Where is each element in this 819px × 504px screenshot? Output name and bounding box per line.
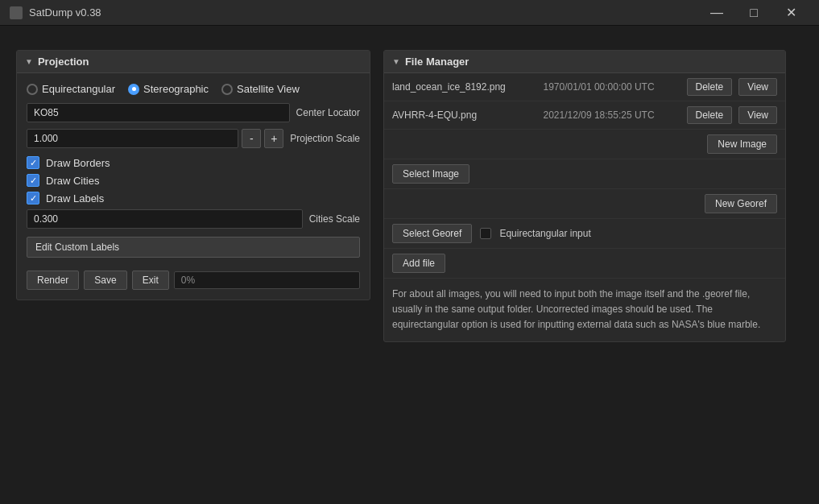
close-button[interactable]: ✕ — [772, 0, 809, 26]
equirectangular-input-checkbox[interactable] — [480, 228, 491, 239]
select-image-button[interactable]: Select Image — [392, 164, 469, 184]
edit-custom-labels-button[interactable]: Edit Custom Labels — [27, 237, 360, 258]
view-button-0[interactable]: View — [738, 78, 777, 96]
cities-scale-row: Cities Scale — [27, 209, 360, 229]
projection-arrow-icon: ▼ — [25, 57, 33, 66]
projection-title: Projection — [38, 56, 89, 68]
new-image-button[interactable]: New Image — [707, 134, 777, 154]
equirectangular-label: Equirectangular — [42, 83, 115, 95]
draw-cities-row[interactable]: ✓ Draw Cities — [27, 174, 360, 187]
add-file-button[interactable]: Add file — [392, 254, 445, 273]
draw-borders-checkbox[interactable]: ✓ — [27, 156, 39, 169]
draw-borders-row[interactable]: ✓ Draw Borders — [27, 156, 360, 169]
add-file-row: Add file — [384, 249, 785, 279]
equirectangular-radio-circle — [27, 84, 38, 95]
draw-labels-label: Draw Labels — [46, 192, 104, 204]
center-locator-input[interactable] — [27, 103, 290, 122]
minimize-button[interactable]: — — [698, 0, 735, 26]
select-image-row: Select Image — [384, 159, 785, 189]
render-button[interactable]: Render — [27, 271, 79, 290]
draw-labels-checkbox[interactable]: ✓ — [27, 192, 39, 204]
scale-plus-button[interactable]: + — [264, 129, 283, 148]
draw-cities-checkbox[interactable]: ✓ — [27, 174, 39, 187]
action-row: Render Save Exit 0% — [27, 271, 360, 290]
file-date-1: 2021/12/09 18:55:25 UTC — [544, 109, 680, 121]
cities-scale-input[interactable] — [27, 209, 303, 229]
equirectangular-input-label: Equirectangular input — [499, 228, 590, 239]
draw-labels-row[interactable]: ✓ Draw Labels — [27, 192, 360, 204]
content-area: ▼ Projection Equirectangular Stereograph… — [0, 26, 819, 504]
satellite-view-label: Satellite View — [237, 83, 300, 95]
progress-bar: 0% — [174, 271, 360, 289]
projection-scale-row: - + Projection Scale — [27, 129, 360, 148]
cities-scale-label: Cities Scale — [309, 213, 360, 225]
maximize-button[interactable]: □ — [735, 0, 772, 26]
draw-borders-label: Draw Borders — [46, 157, 110, 169]
app-icon — [10, 6, 23, 19]
center-locator-label: Center Locator — [296, 107, 360, 118]
file-row-1: AVHRR-4-EQU.png 2021/12/09 18:55:25 UTC … — [384, 101, 785, 130]
new-image-row: New Image — [384, 130, 785, 159]
file-row-0: land_ocean_ice_8192.png 1970/01/01 00:00… — [384, 73, 785, 101]
view-button-1[interactable]: View — [738, 106, 777, 124]
file-manager-header: ▼ File Manager — [384, 51, 785, 73]
app-title: SatDump v0.38 — [29, 6, 101, 19]
projection-scale-label: Projection Scale — [290, 133, 360, 144]
file-manager-title: File Manager — [405, 56, 469, 68]
file-name-0: land_ocean_ice_8192.png — [392, 81, 537, 93]
title-bar: SatDump v0.38 — □ ✕ — [0, 0, 819, 26]
projection-scale-input[interactable] — [27, 129, 238, 148]
file-manager-arrow-icon: ▼ — [392, 57, 400, 66]
new-georef-button[interactable]: New Georef — [705, 194, 777, 213]
draw-cities-label: Draw Cities — [46, 175, 99, 187]
stereographic-radio-circle — [128, 84, 139, 95]
scale-minus-button[interactable]: - — [242, 129, 261, 148]
select-georef-button[interactable]: Select Georef — [392, 224, 472, 243]
projection-panel: ▼ Projection Equirectangular Stereograph… — [16, 50, 370, 300]
delete-button-0[interactable]: Delete — [687, 78, 733, 96]
info-text: For about all images, you will need to i… — [384, 279, 785, 341]
stereographic-radio[interactable]: Stereographic — [128, 83, 209, 95]
window-controls: — □ ✕ — [698, 0, 809, 26]
center-locator-row: Center Locator — [27, 103, 360, 122]
progress-label: 0% — [181, 275, 195, 286]
delete-button-1[interactable]: Delete — [687, 106, 733, 124]
stereographic-label: Stereographic — [143, 83, 209, 95]
equirectangular-radio[interactable]: Equirectangular — [27, 83, 115, 95]
satellite-view-radio[interactable]: Satellite View — [221, 83, 300, 95]
satellite-view-radio-circle — [221, 84, 233, 95]
exit-button[interactable]: Exit — [132, 271, 169, 290]
select-georef-row: Select Georef Equirectangular input — [384, 219, 785, 249]
new-georef-row: New Georef — [384, 189, 785, 219]
projection-radio-row: Equirectangular Stereographic Satellite … — [27, 83, 360, 95]
file-date-0: 1970/01/01 00:00:00 UTC — [544, 81, 680, 93]
save-button[interactable]: Save — [84, 271, 126, 290]
file-name-1: AVHRR-4-EQU.png — [392, 109, 537, 121]
projection-header: ▼ Projection — [17, 51, 370, 73]
file-manager-panel: ▼ File Manager land_ocean_ice_8192.png 1… — [383, 50, 786, 342]
